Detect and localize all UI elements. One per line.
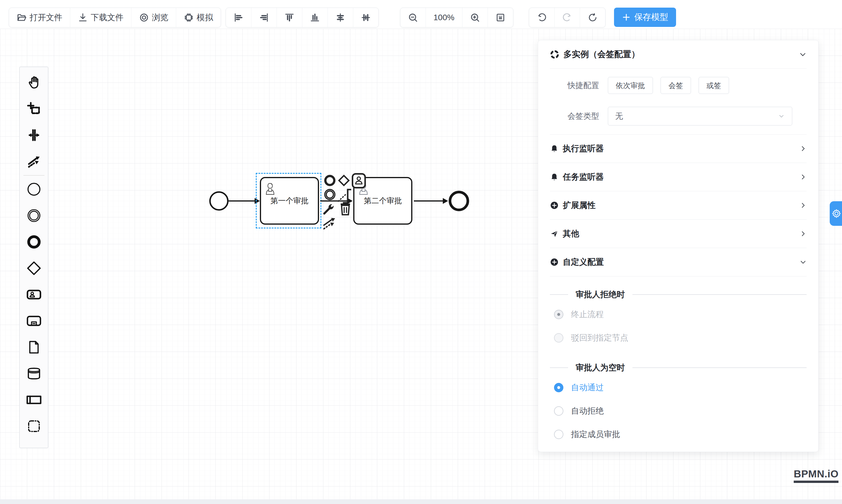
create-intermediate-event[interactable] <box>21 202 47 229</box>
create-user-task[interactable] <box>21 282 47 308</box>
change-type-wrench-icon[interactable] <box>322 202 336 216</box>
chevron-right-icon <box>800 145 807 152</box>
chevron-down-icon[interactable] <box>799 51 807 58</box>
chevron-down-icon <box>778 113 785 120</box>
radio-terminate-process[interactable]: 终止流程 <box>554 303 807 326</box>
radio-return-to-node[interactable]: 驳回到指定节点 <box>554 326 807 349</box>
plus-circle-icon <box>550 258 559 267</box>
global-connect-tool[interactable] <box>21 148 47 175</box>
download-file-button[interactable]: 下载文件 <box>70 8 131 27</box>
align-top-button[interactable] <box>277 8 302 27</box>
radio-label: 驳回到指定节点 <box>571 332 628 343</box>
download-file-label: 下载文件 <box>91 12 123 23</box>
quick-config-sequential-button[interactable]: 依次审批 <box>608 77 653 94</box>
data-store-icon <box>26 366 42 381</box>
group-icon <box>26 418 42 434</box>
radio-label: 自动通过 <box>571 382 604 393</box>
reject-title-text: 审批人拒绝时 <box>576 289 625 300</box>
user-task-icon <box>26 286 42 303</box>
download-icon <box>78 13 88 22</box>
section-custom-config[interactable]: 自定义配置 <box>550 248 807 276</box>
task-label: 第二个审批 <box>364 196 402 206</box>
open-file-button[interactable]: 打开文件 <box>9 8 70 27</box>
radio-circle <box>554 430 563 439</box>
section-other[interactable]: 其他 <box>550 219 807 248</box>
quick-option-label: 会签 <box>668 81 683 90</box>
end-event-shape[interactable] <box>449 191 469 211</box>
bpmn-io-text: BPMN.iO <box>794 468 839 480</box>
align-left-button[interactable] <box>226 8 251 27</box>
multi-type-row: 会签类型 无 <box>550 107 807 125</box>
align-right-icon <box>259 13 269 22</box>
quick-config-orsign-button[interactable]: 或签 <box>699 77 729 94</box>
append-end-event-icon[interactable] <box>323 174 337 187</box>
section-label: 执行监听器 <box>563 143 795 154</box>
empty-title-text: 审批人为空时 <box>576 362 625 373</box>
save-model-button[interactable]: 保存模型 <box>614 7 676 27</box>
preview-button[interactable]: 浏览 <box>131 8 176 27</box>
zoom-level[interactable]: 100% <box>426 8 462 27</box>
append-intermediate-event-icon[interactable] <box>323 188 337 201</box>
panel-title: 多实例（会签配置） <box>563 49 795 60</box>
task-first-approval[interactable]: 第一个审批 <box>260 177 319 224</box>
start-event-shape[interactable] <box>209 191 229 211</box>
sequence-flow-3[interactable] <box>414 200 443 201</box>
sections-divider <box>550 276 807 276</box>
create-subprocess[interactable] <box>21 308 47 334</box>
fit-viewport-button[interactable] <box>488 8 513 27</box>
hand-tool[interactable] <box>21 69 47 96</box>
connect-arrow-icon[interactable] <box>322 215 338 231</box>
create-data-store[interactable] <box>21 360 47 387</box>
delete-trash-icon[interactable] <box>339 201 352 216</box>
redo-icon <box>562 13 572 22</box>
bpmn-io-underline <box>794 481 839 483</box>
radio-label: 终止流程 <box>571 309 604 320</box>
folder-open-icon <box>17 13 27 22</box>
create-start-event[interactable] <box>21 176 47 202</box>
align-right-button[interactable] <box>251 8 277 27</box>
radio-assign-member[interactable]: 指定成员审批 <box>554 423 807 446</box>
section-task-listener[interactable]: 任务监听器 <box>550 163 807 191</box>
section-extension-properties[interactable]: 扩展属性 <box>550 191 807 219</box>
file-button-group: 打开文件 下载文件 浏览 模拟 <box>9 7 221 28</box>
radio-auto-reject[interactable]: 自动拒绝 <box>554 399 807 423</box>
sequence-flow-1[interactable] <box>229 200 255 201</box>
zoom-in-button[interactable] <box>462 8 488 27</box>
bpmn-io-watermark[interactable]: BPMN.iO <box>794 468 839 483</box>
create-participant[interactable] <box>21 387 47 413</box>
restart-button[interactable] <box>580 8 605 27</box>
participant-icon <box>25 391 42 408</box>
undo-button[interactable] <box>529 8 555 27</box>
simulate-button[interactable]: 模拟 <box>176 8 221 27</box>
section-execution-listener[interactable]: 执行监听器 <box>550 134 807 163</box>
end-event-icon <box>26 234 42 250</box>
align-bottom-icon <box>310 13 320 22</box>
create-group[interactable] <box>21 413 47 439</box>
align-center-button[interactable] <box>328 8 353 27</box>
radio-circle <box>554 310 563 319</box>
settings-tab[interactable] <box>830 201 842 226</box>
multi-type-select[interactable]: 无 <box>608 107 792 125</box>
align-left-icon <box>233 13 244 22</box>
lasso-tool[interactable] <box>21 96 47 122</box>
multi-instance-icon <box>550 50 559 59</box>
zoom-in-icon <box>470 13 480 22</box>
append-user-task-icon[interactable] <box>351 173 366 189</box>
create-data-object[interactable] <box>21 334 47 360</box>
quick-config-countersign-button[interactable]: 会签 <box>661 77 691 94</box>
align-middle-button[interactable] <box>353 8 379 27</box>
radio-auto-pass[interactable]: 自动通过 <box>554 376 807 399</box>
redo-button[interactable] <box>555 8 580 27</box>
space-tool[interactable] <box>21 122 47 148</box>
append-gateway-icon[interactable] <box>337 174 351 187</box>
align-button-group <box>226 7 379 28</box>
multi-type-value: 无 <box>615 111 778 121</box>
fit-viewport-icon <box>495 13 505 22</box>
panel-header[interactable]: 多实例（会签配置） <box>550 40 807 69</box>
create-end-event[interactable] <box>21 229 47 255</box>
zoom-out-button[interactable] <box>400 8 426 27</box>
chevron-right-icon <box>800 202 807 209</box>
create-gateway[interactable] <box>21 255 47 282</box>
hand-tool-icon <box>27 75 41 90</box>
align-bottom-button[interactable] <box>302 8 328 27</box>
